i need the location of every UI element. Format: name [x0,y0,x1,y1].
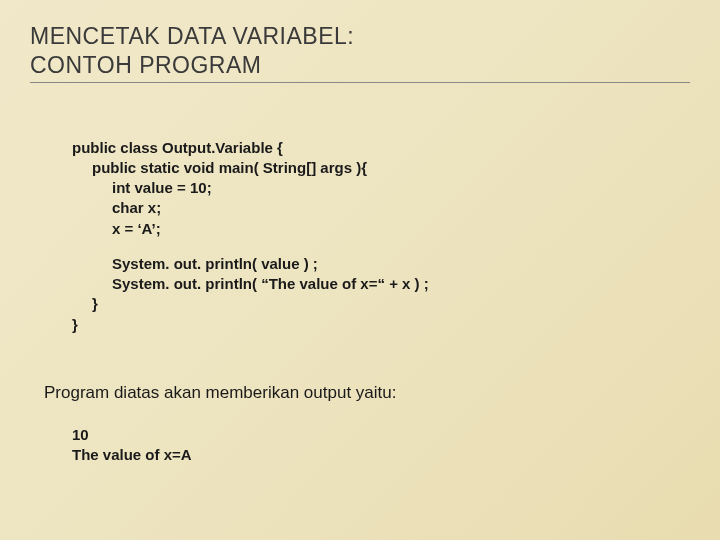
code-line: int value = 10; [72,178,690,198]
title-line-1: MENCETAK DATA VARIABEL: [30,22,690,51]
output-line: The value of x=A [72,445,690,465]
description-text: Program diatas akan memberikan output ya… [44,383,690,403]
slide-title: MENCETAK DATA VARIABEL: CONTOH PROGRAM [30,22,690,83]
code-line: } [72,315,690,335]
code-line: public class Output.Variable { [72,138,690,158]
title-line-2: CONTOH PROGRAM [30,51,690,80]
code-example: public class Output.Variable { public st… [72,138,690,335]
title-underline [30,82,690,83]
code-line: } [72,294,690,314]
code-line: x = ‘A’; [72,219,690,239]
code-line: System. out. println( value ) ; [72,254,690,274]
code-line: char x; [72,198,690,218]
program-output: 10 The value of x=A [72,425,690,466]
output-line: 10 [72,425,690,445]
blank-line [72,239,690,254]
code-line: public static void main( String[] args )… [72,158,690,178]
code-line: System. out. println( “The value of x=“ … [72,274,690,294]
